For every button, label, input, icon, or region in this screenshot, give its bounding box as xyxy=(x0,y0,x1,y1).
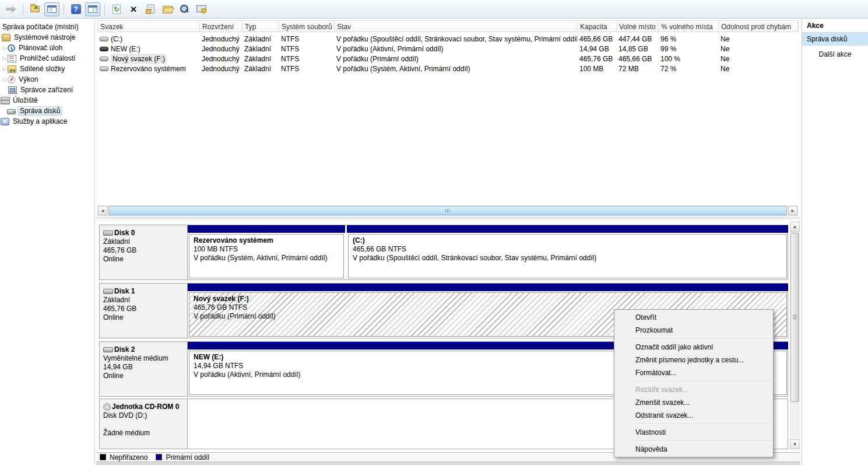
partition-name: (C:) xyxy=(353,236,782,245)
tree-item-label: Prohlížeč událostí xyxy=(18,54,77,62)
show-console-tree-icon xyxy=(47,5,57,13)
column-header-kapacita[interactable]: Kapacita xyxy=(578,21,617,32)
show-action-pane-button[interactable] xyxy=(85,2,100,16)
up-level-button[interactable] xyxy=(27,2,43,16)
console-tree: Správa počítače (místní) Systémové nástr… xyxy=(0,19,95,465)
disk0-partitions: Rezervováno systémem 100 MB NTFS V pořád… xyxy=(188,225,788,279)
column-header-system-souboru[interactable]: Systém souborů xyxy=(279,21,335,32)
volume-fault-tolerance: Ne xyxy=(718,45,797,53)
tree-item-computer-management[interactable]: Správa počítače (místní) xyxy=(0,22,94,32)
properties-button[interactable] xyxy=(143,2,158,16)
menu-item-open[interactable]: Otevřít xyxy=(614,311,773,324)
tree-item-services-applications[interactable]: Služby a aplikace xyxy=(0,116,94,127)
menu-item-shrink-volume[interactable]: Zmenšit svazek... xyxy=(614,396,773,409)
actions-pane-title: Akce xyxy=(802,19,868,33)
vertical-scrollbar: ▲ ▼ xyxy=(790,222,800,449)
toolbar-separator xyxy=(23,4,23,15)
volume-fs: NTFS xyxy=(279,55,334,63)
disk1-info[interactable]: Disk 1 Základní 465,76 GB Online xyxy=(100,284,188,338)
disk-status: Online xyxy=(103,372,184,380)
volume-fs: NTFS xyxy=(279,65,334,73)
scrollbar-thumb[interactable] xyxy=(790,233,799,402)
menu-separator xyxy=(633,338,772,339)
expand-twisty-icon[interactable]: ▷ xyxy=(2,76,8,82)
volume-row-e[interactable]: NEW (E:) Jednoduchý Základní NTFS V pořá… xyxy=(97,44,797,54)
menu-item-properties[interactable]: Vlastnosti xyxy=(614,426,773,439)
services-applications-icon xyxy=(1,118,9,125)
scroll-left-button[interactable]: ◄ xyxy=(98,206,107,215)
tree-item-storage[interactable]: Úložiště xyxy=(0,95,94,106)
actions-disk-management-item[interactable]: Správa disků xyxy=(802,33,868,46)
disk2-info[interactable]: Disk 2 Vyměnitelné médium 14,94 GB Onlin… xyxy=(100,342,188,396)
legend-primary-swatch xyxy=(156,454,162,460)
partition-system-reserved[interactable]: Rezervováno systémem 100 MB NTFS V pořád… xyxy=(188,225,345,279)
settings-button[interactable] xyxy=(194,2,209,16)
tree-item-task-scheduler[interactable]: ▷ Plánovač úloh xyxy=(0,43,94,53)
tree-item-label: Úložiště xyxy=(11,96,40,104)
expand-twisty-icon[interactable]: ▷ xyxy=(2,45,8,51)
tree-item-disk-management[interactable]: Správa disků xyxy=(0,106,94,116)
menu-item-explore[interactable]: Prozkoumat xyxy=(614,324,773,337)
menu-item-change-letter[interactable]: Změnit písmeno jednotky a cestu... xyxy=(614,354,773,366)
forward-button[interactable] xyxy=(3,2,19,16)
volume-type: Základní xyxy=(242,45,279,53)
partition-color-bar xyxy=(347,225,788,233)
volume-free-pct: 99 % xyxy=(658,45,718,53)
volume-row-c[interactable]: (C:) Jednoduchý Základní NTFS V pořádku … xyxy=(97,34,797,44)
scrollbar-track[interactable] xyxy=(107,206,788,215)
delete-button[interactable]: × xyxy=(126,2,141,16)
tree-item-device-manager[interactable]: Správce zařízení xyxy=(0,85,94,95)
tree-item-performance[interactable]: ▷ Výkon xyxy=(0,74,94,85)
menu-separator xyxy=(633,424,772,424)
find-button[interactable] xyxy=(177,2,192,16)
tree-item-event-viewer[interactable]: ▷ Prohlížeč událostí xyxy=(0,53,94,64)
menu-item-mark-active[interactable]: Označit oddíl jako aktivní xyxy=(614,341,773,354)
menu-item-delete-volume[interactable]: Odstranit svazek... xyxy=(614,409,773,422)
settings-icon xyxy=(196,5,206,13)
disk-row-0: Disk 0 Základní 465,76 GB Online Rezervo… xyxy=(99,225,788,280)
volume-fs: NTFS xyxy=(279,45,334,53)
column-header-typ[interactable]: Typ xyxy=(243,21,279,32)
volume-type: Základní xyxy=(242,55,279,63)
volume-layout: Jednoduchý xyxy=(199,55,242,63)
disk-name: Jednotka CD-ROM 0 xyxy=(112,403,179,411)
disk-name: Disk 2 xyxy=(114,345,135,354)
volume-fault-tolerance: Ne xyxy=(718,55,797,63)
expand-twisty-icon[interactable]: ▷ xyxy=(2,55,8,61)
column-header-rozvrzeni[interactable]: Rozvržení xyxy=(200,21,243,32)
column-header-svazek[interactable]: Svazek xyxy=(98,21,200,32)
open-button[interactable] xyxy=(160,2,175,16)
volume-type: Základní xyxy=(242,65,279,73)
cdrom-info[interactable]: Jednotka CD-ROM 0 Disk DVD (D:) Žádné mé… xyxy=(100,399,188,449)
column-header-stav[interactable]: Stav xyxy=(335,21,578,32)
help-button[interactable]: ? xyxy=(68,2,83,16)
open-folder-icon xyxy=(163,6,173,12)
volume-row-f-selected[interactable]: Nový svazek (F:) Jednoduchý Základní NTF… xyxy=(97,54,797,64)
disk-type: Disk DVD (D:) xyxy=(103,411,184,420)
column-header-pct-volneho-mista[interactable]: % volného místa xyxy=(659,21,719,32)
scroll-down-button[interactable]: ▼ xyxy=(790,439,800,449)
menu-item-help[interactable]: Nápověda xyxy=(614,443,773,456)
expand-twisty-icon[interactable]: ▷ xyxy=(2,66,8,72)
column-header-volne-misto[interactable]: Volné místo xyxy=(617,21,659,32)
volume-type: Základní xyxy=(242,35,279,43)
scrollbar-thumb[interactable] xyxy=(108,206,787,215)
scroll-up-button[interactable]: ▲ xyxy=(790,222,800,232)
volume-row-system-reserved[interactable]: Rezervováno systémem Jednoduchý Základní… xyxy=(97,64,797,74)
toolbar-separator xyxy=(64,4,64,15)
disk0-info[interactable]: Disk 0 Základní 465,76 GB Online xyxy=(100,225,188,279)
volume-status: V pořádku (Spouštěcí oddíl, Stránkovací … xyxy=(334,35,577,43)
actions-more-actions[interactable]: Další akce xyxy=(802,46,868,62)
actions-pane: Akce Správa disků Další akce xyxy=(802,19,868,465)
show-console-tree-button[interactable] xyxy=(44,2,59,16)
tree-item-shared-folders[interactable]: ▷ Sdílené složky xyxy=(0,64,94,74)
column-header-odolnost[interactable]: Odolnost proti chybám xyxy=(719,21,798,32)
volume-fs: NTFS xyxy=(279,35,334,43)
partition-c[interactable]: (C:) 465,66 GB NTFS V pořádku (Spouštěcí… xyxy=(347,225,788,279)
refresh-button[interactable]: ↻ xyxy=(109,2,124,16)
tree-item-system-tools[interactable]: Systémové nástroje xyxy=(0,32,94,43)
show-action-pane-icon xyxy=(88,5,97,13)
volume-name: Rezervováno systémem xyxy=(111,65,186,73)
scroll-right-button[interactable]: ► xyxy=(788,206,797,215)
menu-item-format[interactable]: Formátovat... xyxy=(614,366,773,379)
